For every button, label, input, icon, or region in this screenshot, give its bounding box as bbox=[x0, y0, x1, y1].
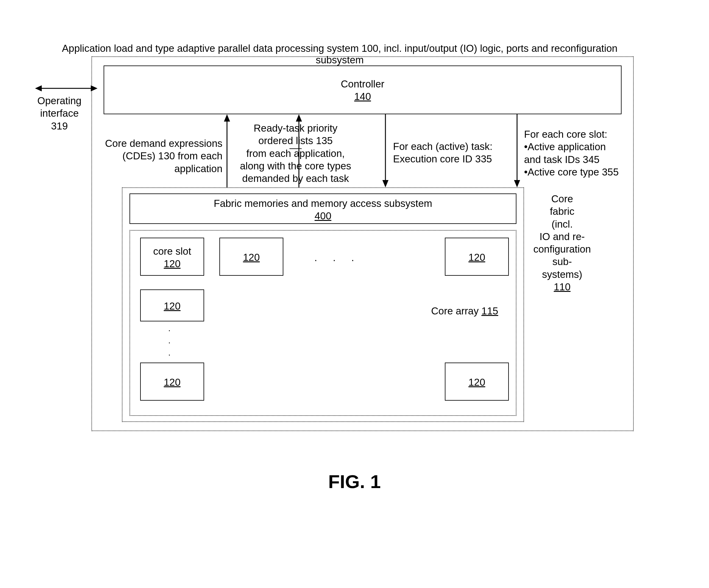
cf-l4: IO and re- bbox=[540, 231, 585, 242]
cf-l5: configuration bbox=[533, 243, 591, 255]
core-array-text: Core array bbox=[431, 305, 481, 317]
svg-marker-9 bbox=[383, 180, 389, 187]
controller-ref: 140 bbox=[354, 91, 371, 102]
core-slot-ref-2: 120 bbox=[243, 252, 260, 263]
arrow-core-slot-l1: For each core slot: bbox=[524, 129, 607, 140]
ellipsis-horizontal: . . . bbox=[305, 251, 366, 264]
arrow-cde bbox=[222, 114, 232, 187]
arrow-core-slot bbox=[513, 114, 522, 187]
cf-l3: (incl. bbox=[551, 218, 573, 230]
core-slot-box-2: 120 bbox=[219, 238, 283, 276]
arrow-cde-l2: (CDEs) 130 from each bbox=[123, 150, 222, 161]
arrow-cde-l3: application bbox=[174, 163, 222, 174]
operating-interface-line3: 319 bbox=[51, 121, 68, 132]
svg-marker-2 bbox=[91, 85, 98, 91]
svg-marker-4 bbox=[224, 114, 230, 122]
arrow-readytask-l5: demanded by each task bbox=[242, 173, 349, 184]
arrow-active-task-label: For each (active) task: Execution core I… bbox=[393, 140, 503, 165]
core-slot-ref-3: 120 bbox=[468, 252, 485, 263]
cf-l1: Core bbox=[551, 193, 573, 205]
arrow-cde-label: Core demand expressions (CDEs) 130 from … bbox=[98, 137, 222, 175]
operating-interface-line2: interface bbox=[40, 108, 79, 119]
svg-marker-11 bbox=[514, 180, 520, 187]
cf-l2: fabric bbox=[550, 206, 575, 217]
arrow-active-task-l1: For each (active) task: bbox=[393, 141, 492, 152]
core-slot-box-4: 120 bbox=[140, 289, 204, 321]
arrow-core-slot-b2: •Active core type 355 bbox=[524, 166, 619, 178]
core-fabric-label: Core fabric (incl. IO and re- configurat… bbox=[527, 192, 597, 293]
arrow-readytask-l4: along with the core types bbox=[240, 160, 351, 171]
core-slot-ref-4: 120 bbox=[164, 300, 180, 312]
core-slot-box-6: 120 bbox=[445, 363, 509, 401]
controller-box: Controller 140 bbox=[104, 65, 622, 114]
readytask-leader bbox=[289, 148, 301, 150]
figure-caption: FIG. 1 bbox=[0, 471, 709, 492]
arrow-active-task bbox=[381, 114, 390, 187]
fabric-memories-name: Fabric memories and memory access subsys… bbox=[214, 198, 432, 209]
cf-l7: systems) bbox=[542, 269, 582, 280]
controller-name: Controller bbox=[341, 78, 384, 89]
operating-interface-label: Operating interface 319 bbox=[29, 95, 90, 132]
core-slot-ref: 120 bbox=[164, 258, 180, 269]
ellipsis-v1: . bbox=[168, 323, 170, 333]
core-slot-ref-5: 120 bbox=[164, 377, 180, 388]
core-array-label: Core array 115 bbox=[431, 305, 498, 317]
cf-ref: 110 bbox=[554, 281, 570, 292]
operating-interface-line1: Operating bbox=[37, 95, 82, 106]
arrow-cde-l1: Core demand expressions bbox=[105, 138, 222, 149]
arrow-active-task-l2: Execution core ID 335 bbox=[393, 153, 492, 164]
cf-l6: sub- bbox=[552, 256, 572, 267]
core-slot-box-3: 120 bbox=[445, 238, 509, 276]
arrow-core-slot-l2: and task IDs 345 bbox=[524, 154, 600, 165]
svg-marker-1 bbox=[35, 85, 42, 91]
arrow-readytask-l1: Ready-task priority bbox=[254, 123, 337, 134]
ellipsis-v2: . bbox=[168, 335, 170, 346]
fabric-memories-ref: 400 bbox=[314, 210, 331, 221]
core-slot-ref-6: 120 bbox=[468, 377, 485, 388]
arrow-readytask-l2: ordered lists 135 bbox=[258, 135, 333, 146]
arrow-core-slot-b1: •Active application bbox=[524, 141, 606, 152]
svg-marker-6 bbox=[296, 114, 302, 122]
core-slot-box-5: 120 bbox=[140, 363, 204, 401]
ellipsis-v3: . bbox=[168, 347, 170, 358]
fabric-memories-box: Fabric memories and memory access subsys… bbox=[130, 193, 517, 224]
core-slot-name: core slot bbox=[153, 245, 191, 257]
core-array-ref: 115 bbox=[481, 305, 498, 317]
arrow-core-slot-label: For each core slot: •Active application … bbox=[524, 128, 631, 178]
arrow-readytask-label: Ready-task priority ordered lists 135 fr… bbox=[235, 122, 357, 185]
core-slot-box-1: core slot 120 bbox=[140, 238, 204, 276]
